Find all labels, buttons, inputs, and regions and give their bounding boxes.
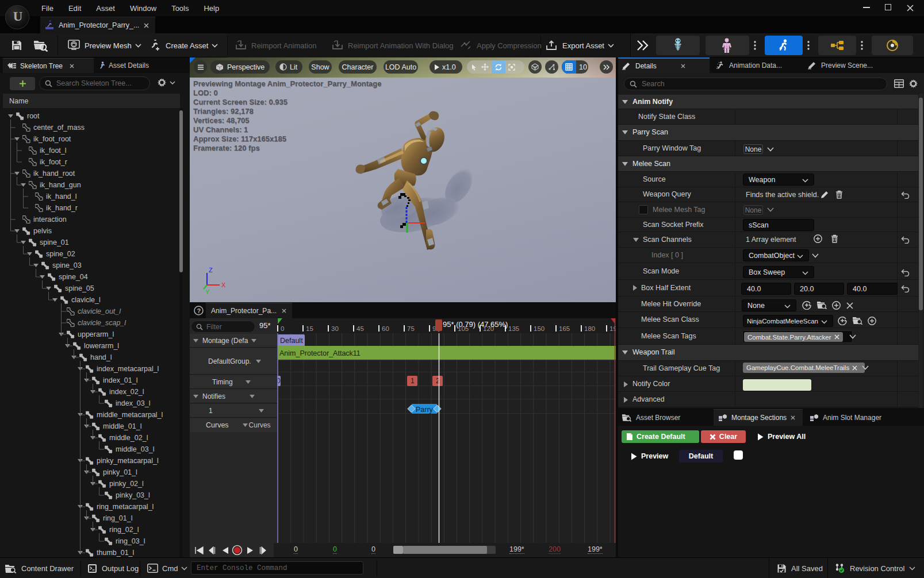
svg-text:165: 165 <box>559 325 570 332</box>
svg-text:180: 180 <box>584 325 595 332</box>
svg-text:0: 0 <box>281 325 284 332</box>
svg-text:1: 1 <box>411 377 415 385</box>
svg-text:135: 135 <box>508 325 519 332</box>
svg-text:150: 150 <box>534 325 545 332</box>
svg-text:Parry: Parry <box>416 406 434 414</box>
svg-text:Default: Default <box>280 337 303 345</box>
svg-text:?: ? <box>197 307 201 314</box>
svg-text:15: 15 <box>306 325 313 332</box>
svg-text:60: 60 <box>382 325 389 332</box>
svg-text:Z: Z <box>209 267 213 273</box>
svg-text:30: 30 <box>331 325 339 332</box>
svg-text:Anim_Protector_Attack11: Anim_Protector_Attack11 <box>279 349 361 357</box>
svg-text:X: X <box>221 282 226 288</box>
svg-text:Y: Y <box>205 288 210 295</box>
svg-text:75: 75 <box>407 325 415 332</box>
svg-text:45: 45 <box>356 325 364 332</box>
